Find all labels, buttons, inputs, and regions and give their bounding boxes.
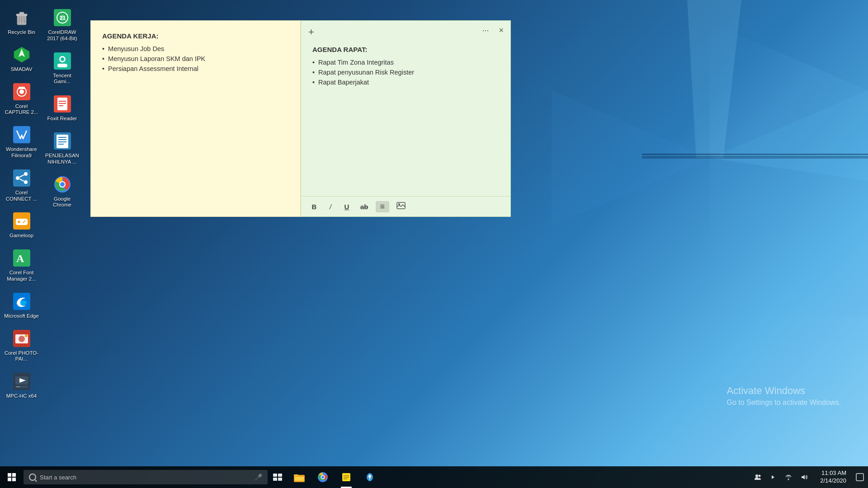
desktop-icon-msedge[interactable]: Microsoft Edge — [2, 288, 41, 323]
svg-rect-44 — [16, 386, 20, 387]
desktop-icon-corel-photo[interactable]: Corel PHOTO-PAI... — [2, 325, 41, 366]
show-hidden-icons[interactable] — [766, 470, 780, 484]
svg-point-85 — [368, 475, 371, 478]
desktop-icons-container: Recycle Bin SMADAV Corel CAPTURE 2... — [0, 0, 81, 443]
desktop-icon-foxit[interactable]: Foxit Reader — [43, 91, 81, 126]
sticky-note-add-button[interactable]: + — [306, 25, 317, 39]
svg-text:A: A — [16, 253, 24, 264]
sticky-note-yellow: AGENDA KERJA: Menyusun Job Des Menyusun … — [90, 20, 301, 217]
tencent-label: Tencent Gami... — [45, 73, 80, 85]
windows-logo-icon — [8, 473, 16, 481]
foxit-icon — [53, 94, 72, 113]
search-placeholder: Start a search — [40, 474, 76, 481]
corel-connect-icon — [12, 169, 31, 188]
system-clock[interactable]: 11:03 AM 2/14/2020 — [815, 466, 852, 488]
corel-photo-label: Corel PHOTO-PAI... — [4, 350, 39, 363]
clock-time: 11:03 AM — [821, 469, 846, 477]
svg-rect-63 — [58, 144, 64, 145]
toolbar-list-button[interactable]: ≡ — [376, 201, 390, 212]
search-icon — [29, 474, 36, 481]
svg-rect-72 — [278, 474, 282, 477]
note2-title: AGENDA RAPAT: — [312, 46, 499, 53]
note2-content: Rapat Tim Zona Integritas Rapat penyusun… — [312, 59, 499, 86]
svg-rect-57 — [59, 105, 63, 106]
recycle-bin-icon — [12, 8, 31, 27]
network-icon[interactable] — [781, 470, 796, 484]
desktop-icon-smadav[interactable]: SMADAV — [2, 42, 41, 76]
desktop-icon-chrome[interactable]: Google Chrome — [43, 171, 81, 212]
desktop-icon-corel-connect[interactable]: Corel CONNECT ... — [2, 165, 41, 206]
desktop-icon-wondershare[interactable]: Wondershare Filmora9 — [2, 122, 41, 163]
desktop-icon-mpc[interactable]: MPC-HC x64 — [2, 368, 41, 403]
tencent-icon — [53, 52, 72, 70]
start-button[interactable] — [0, 466, 24, 488]
taskbar-app-file-explorer[interactable] — [288, 466, 311, 488]
svg-rect-30 — [18, 221, 20, 222]
wondershare-icon — [12, 125, 31, 144]
sticky-note-more-button[interactable]: ··· — [480, 25, 491, 35]
note2-item-3: Rapat Baperjakat — [312, 79, 499, 86]
desktop-icon-corel-capture[interactable]: Corel CAPTURE 2... — [2, 79, 41, 120]
taskbar-apps — [288, 466, 382, 488]
chrome-icon — [53, 175, 72, 194]
toolbar-underline-button[interactable]: U — [340, 201, 353, 212]
svg-point-38 — [19, 336, 25, 342]
svg-point-87 — [759, 475, 761, 477]
svg-text:21: 21 — [60, 15, 66, 21]
recycle-bin-label: Recycle Bin — [8, 29, 35, 36]
svg-marker-88 — [772, 475, 774, 479]
corel-photo-icon — [12, 329, 31, 348]
svg-point-23 — [24, 172, 28, 176]
svg-point-80 — [321, 476, 324, 479]
svg-point-86 — [755, 474, 758, 477]
foxit-label: Foxit Reader — [47, 116, 77, 122]
svg-rect-52 — [57, 64, 67, 67]
mpc-icon — [12, 372, 31, 391]
system-tray: 11:03 AM 2/14/2020 — [747, 466, 868, 488]
svg-rect-73 — [273, 478, 277, 481]
microphone-icon: 🎤 — [255, 474, 262, 481]
toolbar-italic-button[interactable]: / — [324, 201, 337, 212]
taskbar-app-pinned[interactable] — [358, 466, 382, 488]
toolbar-strikethrough-button[interactable]: ab — [357, 201, 372, 212]
svg-rect-61 — [58, 139, 66, 140]
corel-capture-icon — [12, 82, 31, 101]
toolbar-bold-button[interactable]: B — [308, 201, 321, 212]
sticky-note-controls: ··· × — [480, 25, 506, 35]
svg-point-24 — [24, 180, 28, 184]
gameloop-icon — [12, 211, 31, 230]
toolbar-image-button[interactable] — [393, 200, 409, 213]
svg-rect-19 — [19, 87, 25, 89]
gameloop-label: Gameloop — [9, 233, 33, 239]
svg-point-31 — [24, 221, 25, 222]
coreldraw-icon: 21 — [53, 8, 72, 27]
desktop-icon-penjelasan[interactable]: PENJELASAN NIHILNYA ... — [43, 128, 81, 169]
sticky-note-green: + ··· × AGENDA RAPAT: Rapat Tim Zona Int… — [301, 20, 511, 217]
msedge-label: Microsoft Edge — [4, 313, 39, 319]
taskbar-app-sticky-notes[interactable] — [335, 466, 358, 488]
volume-icon[interactable] — [797, 470, 811, 484]
svg-point-51 — [61, 57, 64, 61]
note1-content: Menyusun Job Des Menyusun Laporan SKM da… — [102, 45, 289, 72]
svg-point-18 — [19, 89, 24, 94]
system-icons — [747, 470, 815, 484]
sticky-note-close-button[interactable]: × — [496, 25, 506, 35]
desktop-icon-recycle-bin[interactable]: Recycle Bin — [2, 5, 41, 39]
desktop-icon-coreldraw[interactable]: 21 CorelDRAW 2017 (64-Bit) — [43, 5, 81, 46]
svg-point-32 — [23, 222, 24, 223]
taskbar-search[interactable]: Start a search 🎤 — [24, 470, 268, 484]
taskbar-app-chrome[interactable] — [311, 466, 335, 488]
people-icon[interactable] — [750, 470, 765, 484]
desktop-icon-tencent[interactable]: Tencent Gami... — [43, 48, 81, 89]
coreldraw-label: CorelDRAW 2017 (64-Bit) — [45, 29, 80, 42]
smadav-label: SMADAV — [11, 66, 33, 73]
chrome-label: Google Chrome — [45, 196, 80, 209]
desktop-icon-gameloop[interactable]: Gameloop — [2, 208, 41, 243]
task-view-button[interactable] — [268, 466, 288, 488]
svg-rect-28 — [16, 219, 28, 225]
notification-button[interactable] — [852, 466, 868, 488]
note1-item-2: Menyusun Laporan SKM dan IPK — [102, 55, 289, 62]
svg-line-12 — [24, 17, 24, 23]
svg-rect-90 — [856, 474, 863, 481]
desktop-icon-corel-font[interactable]: A Corel Font Manager 2... — [2, 245, 41, 286]
